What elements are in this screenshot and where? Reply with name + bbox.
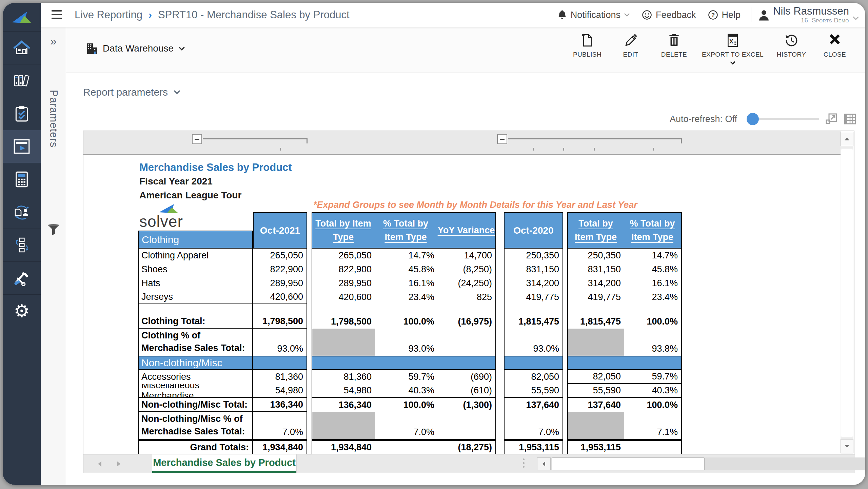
report-parameters-toggle[interactable]: Report parameters: [83, 86, 181, 98]
outline-tick: [280, 148, 281, 151]
yoy-variance-cell: (1,300): [438, 398, 496, 412]
collapse-group-2-button[interactable]: [497, 134, 507, 144]
report-player-icon: [13, 139, 30, 154]
month1-cell: 54,980: [253, 384, 307, 398]
publish-button[interactable]: PUBLISH: [567, 32, 608, 60]
building-icon: [86, 42, 98, 55]
main-sidebar: ⚙: [3, 3, 41, 485]
column-header-yoy-variance: YoY Variance: [437, 224, 495, 237]
month2-cell: 7.0%: [504, 412, 563, 439]
month2-cell: 55,590: [504, 384, 563, 398]
collapse-group-1-button[interactable]: [192, 134, 202, 144]
month1-cell: 1,934,840: [253, 439, 307, 455]
breadcrumb: Live Reporting › SPRT10 - Merchandise Sa…: [75, 3, 350, 27]
slider-knob[interactable]: [747, 113, 759, 125]
auto-refresh-slider[interactable]: [748, 118, 819, 120]
breadcrumb-report-name[interactable]: SPRT10 - Merchandise Sales by Product: [158, 9, 350, 21]
workflow-icon: [13, 237, 30, 254]
row-label-cell: Shoes: [138, 262, 253, 276]
value-cell: [504, 356, 563, 370]
vertical-scroll-thumb[interactable]: [841, 149, 853, 437]
sidebar-item-administration[interactable]: [3, 261, 41, 294]
month1-cell: 265,050: [253, 249, 307, 262]
total-by-item-cell: 81,360: [312, 370, 375, 384]
month1-cell: 1,798,500: [253, 314, 307, 329]
clipboard-icon: [14, 105, 30, 122]
solver-logo[interactable]: [3, 3, 41, 31]
value-cell: [567, 356, 682, 370]
total-by-item-cell: [312, 329, 375, 356]
scroll-up-button[interactable]: [841, 132, 853, 146]
sidebar-item-library[interactable]: [3, 64, 41, 97]
sidebar-item-live-reporting[interactable]: [3, 130, 41, 163]
resize-icon[interactable]: [825, 113, 837, 125]
sheet-tab-active[interactable]: Merchandise Sales by Product: [152, 454, 296, 473]
value-cell: [504, 304, 563, 314]
pct-total-cell: 59.7%: [375, 370, 438, 384]
close-button[interactable]: CLOSE: [814, 32, 855, 60]
gear-icon: ⚙: [14, 302, 30, 320]
grid-view-icon[interactable]: [844, 113, 856, 125]
row-label-cell: Clothing % of Merchadise Sales Total:: [138, 329, 253, 356]
pct-total-cell: 7.0%: [375, 412, 438, 439]
month1-cell: 7.0%: [253, 412, 307, 439]
breadcrumb-live-reporting[interactable]: Live Reporting: [75, 9, 142, 21]
header-right-group: Notifications Feedback ? Help Nils Rasmu…: [554, 3, 859, 27]
home-icon: [13, 40, 31, 56]
tabbar-splitter[interactable]: [523, 458, 525, 468]
user-menu[interactable]: Nils Rasmussen 16. Sports Demo: [758, 6, 859, 24]
table-row: Accessories81,36081,36059.7%(690)82,0508…: [138, 370, 682, 384]
sidebar-item-settings[interactable]: ⚙: [3, 294, 41, 327]
month1-cell: 822,900: [253, 262, 307, 276]
scroll-down-button[interactable]: [841, 439, 853, 453]
report-toolbar: Data Warehouse PUBLISH EDIT DELETE X: [66, 27, 865, 73]
svg-text:X: X: [729, 38, 733, 45]
publish-icon: [581, 33, 594, 47]
column-header-total-by-item-type: Total by Item Type: [312, 217, 374, 243]
previous-sheet-icon[interactable]: [97, 461, 102, 467]
outline-tick: [653, 148, 654, 151]
yoy-variance-cell: (690): [438, 370, 496, 384]
help-icon: ?: [708, 9, 718, 20]
total-by-item-cell: 265,050: [312, 249, 375, 262]
outline-tick: [533, 148, 534, 151]
horizontal-scroll-thumb[interactable]: [552, 457, 705, 470]
report-note: *Expand Groups to see Month by Month Det…: [313, 200, 637, 210]
sidebar-item-budgeting[interactable]: [3, 163, 41, 196]
sidebar-item-collaboration[interactable]: [3, 196, 41, 229]
notifications-button[interactable]: Notifications: [554, 9, 633, 20]
pct-total-ly-cell: 14.7%: [624, 249, 682, 262]
month2-cell: 314,200: [504, 276, 563, 290]
edit-button[interactable]: EDIT: [610, 32, 651, 60]
top-header: Live Reporting › SPRT10 - Merchandise Sa…: [41, 3, 865, 27]
history-button[interactable]: HISTORY: [771, 32, 812, 60]
chevron-down-icon: [178, 46, 185, 51]
toolbar-actions: PUBLISH EDIT DELETE X EXPORT TO EXCEL: [567, 32, 855, 66]
expand-parameters-icon[interactable]: »: [41, 35, 66, 48]
horizontal-scroll-track[interactable]: [551, 457, 865, 470]
delete-button[interactable]: DELETE: [654, 32, 694, 60]
outline-tick: [594, 148, 595, 151]
table-row: Grand Totals:1,934,8401,934,840(18,275)1…: [138, 439, 682, 455]
app-window: Live Reporting › SPRT10 - Merchandise Sa…: [3, 3, 865, 485]
scroll-left-button[interactable]: [537, 457, 551, 470]
vertical-scrollbar: [841, 132, 853, 453]
export-to-excel-button[interactable]: X EXPORT TO EXCEL: [697, 32, 768, 66]
sidebar-item-tasks[interactable]: [3, 97, 41, 130]
help-button[interactable]: ? Help: [704, 9, 744, 20]
funnel-icon[interactable]: [47, 224, 60, 236]
hamburger-menu-icon[interactable]: [52, 10, 62, 19]
value-cell: [312, 304, 496, 314]
month2-cell: 137,640: [504, 398, 563, 412]
group-2-bracket: [508, 138, 682, 139]
sidebar-item-process[interactable]: [3, 229, 41, 261]
row-label-cell: Grand Totals:: [138, 439, 253, 455]
data-source-dropdown[interactable]: Data Warehouse: [86, 42, 185, 55]
sidebar-item-home[interactable]: [3, 31, 41, 64]
table-row: Hats289,950289,95016.1%(24,250)314,20031…: [138, 276, 682, 290]
value-cell: [312, 356, 496, 370]
feedback-button[interactable]: Feedback: [638, 9, 699, 20]
total-by-item-ly-cell: 82,050: [567, 370, 624, 384]
next-sheet-icon[interactable]: [116, 461, 121, 467]
month1-cell: 81,360: [253, 370, 307, 384]
